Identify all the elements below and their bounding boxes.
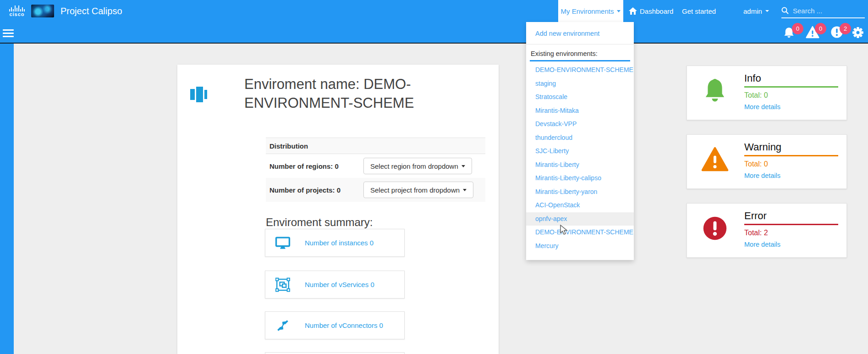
environment-item[interactable]: DEMO-ENVIRONMENT-SCHEME xyxy=(526,63,634,77)
vservices-count-label: Number of vServices 0 xyxy=(305,281,374,288)
cisco-logo-icon: cisco xyxy=(9,5,25,17)
environment-item[interactable]: Mercury xyxy=(526,239,634,253)
distribution-table: Distribution Number of regions: 0 Select… xyxy=(266,138,485,202)
chevron-down-icon xyxy=(463,189,467,191)
instances-count-label: Number of instances 0 xyxy=(305,239,374,247)
error-more-details-link[interactable]: More details xyxy=(744,241,780,248)
chevron-down-icon xyxy=(617,10,621,12)
my-environments-label: My Environments xyxy=(561,7,614,15)
notifications-bell-button[interactable]: 0 xyxy=(783,26,797,39)
dashboard-label: Dashboard xyxy=(640,7,673,15)
mouse-cursor xyxy=(560,225,570,236)
error-circle-icon xyxy=(701,216,729,241)
environment-item[interactable]: SJC-Liberty xyxy=(526,144,634,158)
gear-icon xyxy=(852,26,864,39)
sub-navbar: 0 0 2 xyxy=(0,22,868,44)
environment-item[interactable]: staging xyxy=(526,77,634,91)
select-project-dropdown-button[interactable]: Select project from dropdown xyxy=(363,182,473,198)
home-icon xyxy=(629,7,637,15)
app-title: Project Calipso xyxy=(60,6,122,17)
vconnectors-count-label: Number of vConnectors 0 xyxy=(305,321,383,329)
environment-item[interactable]: thundercloud xyxy=(526,131,634,145)
warnings-button[interactable]: 0 xyxy=(806,26,819,39)
monitor-icon xyxy=(274,236,292,250)
warning-badge: 0 xyxy=(815,23,826,34)
environment-card: Enviroment name: DEMO- ENVIRONMENT-SCHEM… xyxy=(177,65,499,354)
error-underline xyxy=(744,224,838,225)
select-project-label: Select project from dropdown xyxy=(370,186,460,194)
environment-item[interactable]: Devstack-VPP xyxy=(526,117,634,131)
brand: cisco Project Calipso xyxy=(9,0,122,22)
app-root: cisco Project Calipso My Environments Da… xyxy=(0,0,868,354)
settings-button[interactable] xyxy=(852,26,865,40)
vservice-icon xyxy=(274,277,292,292)
search-input[interactable] xyxy=(792,6,863,15)
collapsed-sidebar xyxy=(0,44,14,354)
hamburger-menu-button[interactable] xyxy=(3,28,14,39)
search-icon xyxy=(781,7,789,14)
warning-title: Warning xyxy=(744,141,781,153)
info-more-details-link[interactable]: More details xyxy=(744,103,780,111)
vconnector-icon xyxy=(274,319,292,332)
get-started-label: Get started xyxy=(682,7,716,15)
admin-label: admin xyxy=(743,7,762,15)
my-environments-menu-button[interactable]: My Environments xyxy=(558,0,623,22)
top-navbar: cisco Project Calipso My Environments Da… xyxy=(0,0,868,22)
environment-item[interactable]: ACI-OpenStack xyxy=(526,199,634,212)
environment-item[interactable]: Mirantis-Liberty xyxy=(526,158,634,172)
info-title: Info xyxy=(744,72,761,84)
environment-item[interactable]: Mirantis-Liberty-yaron xyxy=(526,185,634,199)
chevron-down-icon xyxy=(765,10,769,12)
instances-summary-card[interactable]: Number of instances 0 xyxy=(265,229,405,257)
projects-row: Number of projects: 0 Select project fro… xyxy=(266,178,485,202)
cisco-logo-bars xyxy=(9,5,25,11)
add-new-environment-link[interactable]: Add new environment xyxy=(526,24,634,42)
my-environments-dropdown: Add new environment Existing environment… xyxy=(526,22,634,260)
errors-button[interactable]: 2 xyxy=(830,26,844,39)
page-title-line2: ENVIRONMENT-SCHEME xyxy=(244,94,460,112)
regions-row: Number of regions: 0 Select region from … xyxy=(266,154,485,178)
info-underline xyxy=(744,86,838,88)
info-status-card: Info Total: 0 More details xyxy=(687,66,847,120)
page-title: Enviroment name: DEMO- ENVIRONMENT-SCHEM… xyxy=(244,75,460,112)
distribution-header: Distribution xyxy=(266,138,485,154)
error-status-card: Error Total: 2 More details xyxy=(687,203,847,258)
dropdown-header-underline xyxy=(530,60,630,61)
search-box xyxy=(781,4,865,18)
warning-underline xyxy=(744,155,838,156)
get-started-link[interactable]: Get started xyxy=(682,0,716,22)
summary-card-partial xyxy=(265,352,405,354)
vservices-summary-card[interactable]: Number of vServices 0 xyxy=(265,271,405,299)
select-region-dropdown-button[interactable]: Select region from dropdown xyxy=(363,158,472,174)
error-total: Total: 2 xyxy=(744,229,768,237)
admin-menu-button[interactable]: admin xyxy=(743,0,769,22)
warning-status-card: Warning Total: 0 More details xyxy=(687,134,847,189)
bell-badge: 0 xyxy=(792,23,803,34)
warning-total: Total: 0 xyxy=(744,160,768,168)
warning-more-details-link[interactable]: More details xyxy=(744,172,780,179)
environment-item[interactable]: Mirantis-Liberty-calipso xyxy=(526,171,634,185)
regions-label: Number of regions: 0 xyxy=(269,162,363,170)
environment-item-hovered[interactable]: opnfv-apex xyxy=(526,212,634,226)
vconnectors-summary-card[interactable]: Number of vConnectors 0 xyxy=(265,311,405,339)
bell-icon xyxy=(701,78,729,104)
environment-item[interactable]: Stratoscale xyxy=(526,90,634,104)
environment-item[interactable]: DEMO-ENVIRONMENT-SCHEME xyxy=(526,226,634,239)
warning-triangle-icon xyxy=(701,147,729,171)
cisco-logo-text: cisco xyxy=(9,12,24,17)
info-total: Total: 0 xyxy=(744,91,768,100)
select-region-label: Select region from dropdown xyxy=(370,162,458,170)
brand-photo xyxy=(31,5,54,17)
dashboard-link[interactable]: Dashboard xyxy=(629,0,673,22)
chevron-down-icon xyxy=(461,165,465,167)
error-title: Error xyxy=(744,210,767,222)
projects-label: Number of projects: 0 xyxy=(269,186,363,194)
error-badge: 2 xyxy=(840,23,851,34)
environment-summary-heading: Enviroment summary: xyxy=(266,216,373,229)
environment-icon xyxy=(190,87,207,102)
environment-item[interactable]: Mirantis-Mitaka xyxy=(526,104,634,118)
existing-environments-header: Existing environments: xyxy=(526,44,634,60)
page-title-line1: Enviroment name: DEMO- xyxy=(244,75,460,94)
